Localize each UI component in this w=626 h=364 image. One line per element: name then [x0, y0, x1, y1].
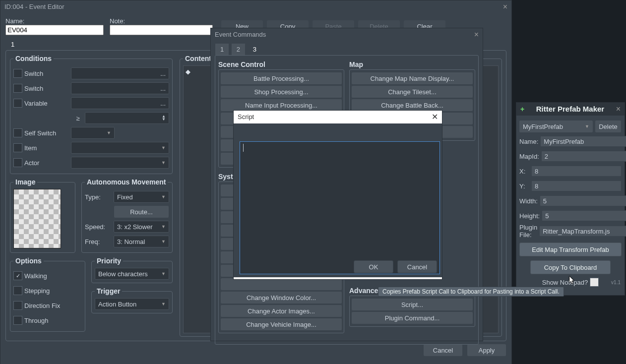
script-cancel-button[interactable]: Cancel: [397, 260, 437, 273]
actor-combo[interactable]: ▼: [71, 157, 169, 169]
route-button[interactable]: Route...: [114, 205, 169, 218]
change-vehicle-image-button[interactable]: Change Vehicle Image...: [220, 318, 342, 331]
type-label: Type:: [85, 193, 112, 201]
close-icon[interactable]: ×: [616, 103, 621, 116]
options-legend: Options: [13, 257, 44, 265]
ellipsis-icon: ...: [160, 100, 166, 107]
prefab-field-input[interactable]: [531, 166, 622, 177]
movement-group: Autonomous Movement Type:Fixed▼ Route...…: [81, 178, 173, 253]
notepad-checkbox[interactable]: [590, 278, 599, 287]
name-input[interactable]: [5, 25, 104, 35]
script-textarea[interactable]: [240, 141, 440, 274]
trigger-combo[interactable]: Action Button▼: [95, 298, 169, 310]
prefab-delete-button[interactable]: Delete: [595, 120, 622, 133]
plugin-command-button[interactable]: Plugin Command...: [351, 311, 473, 324]
stepping-checkbox[interactable]: [13, 286, 22, 295]
variable-value-input[interactable]: ▲▼: [85, 112, 169, 124]
name-label: Name:: [5, 17, 100, 25]
editor-titlebar: ID:004 - Event Editor ×: [0, 0, 511, 13]
image-preview[interactable]: [13, 189, 61, 248]
dirfix-checkbox[interactable]: [13, 301, 22, 310]
freq-combo[interactable]: 3: Normal▼: [114, 236, 169, 247]
change-actor-images-button[interactable]: Change Actor Images...: [220, 304, 342, 317]
item-checkbox[interactable]: [13, 143, 22, 152]
close-icon[interactable]: ×: [474, 28, 479, 41]
prefab-select[interactable]: MyFirstPrefab▼: [519, 121, 593, 132]
priority-combo[interactable]: Below characters▼: [95, 268, 169, 280]
walking-label: Walking: [24, 272, 47, 280]
change-window-color-button[interactable]: Change Window Color...: [220, 291, 342, 304]
page-tab-1[interactable]: 1: [5, 38, 20, 50]
trigger-legend: Trigger: [95, 287, 122, 295]
notepad-label: Show Notepad?: [542, 279, 588, 286]
prefab-add-icon[interactable]: +: [520, 103, 524, 116]
commands-tab-1[interactable]: 1: [215, 43, 229, 55]
commands-tab-3[interactable]: 3: [248, 43, 262, 55]
freq-label: Freq:: [85, 238, 112, 245]
map-name-display-button[interactable]: Change Map Name Display...: [351, 72, 473, 85]
gte-label: ≥: [73, 115, 83, 122]
battle-processing-button[interactable]: Battle Processing...: [220, 72, 342, 85]
script-ok-button[interactable]: OK: [354, 260, 393, 273]
script-button[interactable]: Script...: [351, 298, 473, 311]
stepping-label: Stepping: [24, 287, 50, 295]
change-tileset-button[interactable]: Change Tileset...: [351, 85, 473, 98]
through-label: Through: [24, 317, 48, 324]
selfswitch-label: Self Switch: [24, 129, 69, 137]
trigger-value: Action Button: [98, 301, 136, 308]
caret-down-icon: ▼: [161, 160, 166, 165]
actor-checkbox[interactable]: [13, 158, 22, 167]
caret-down-icon: ▼: [161, 302, 166, 306]
prefab-field-label: X:: [519, 168, 529, 175]
dirfix-label: Direction Fix: [24, 302, 60, 309]
caret-down-icon: ▼: [161, 145, 166, 150]
shop-processing-button[interactable]: Shop Processing...: [220, 85, 342, 98]
variable-checkbox[interactable]: [13, 99, 22, 108]
caret-down-icon: ▼: [161, 224, 166, 229]
switch1-combo[interactable]: ...: [71, 67, 169, 79]
prefab-field-input[interactable]: [540, 195, 626, 206]
prefab-field-input[interactable]: [531, 181, 622, 191]
scene-control-head: Scene Control: [218, 61, 344, 68]
ellipsis-icon: ...: [160, 70, 166, 77]
prefab-field-input[interactable]: [542, 210, 626, 221]
switch2-label: Switch: [24, 85, 69, 92]
variable-combo[interactable]: ...: [71, 97, 169, 109]
speed-value: 3: x2 Slower: [117, 223, 153, 231]
cursor-pointer-icon: [567, 276, 576, 288]
edit-prefab-button[interactable]: Edit Map Transform Prefab: [519, 243, 622, 256]
note-input[interactable]: [110, 25, 213, 35]
map-head: Map: [349, 61, 475, 68]
selfswitch-checkbox[interactable]: [13, 128, 22, 137]
prefab-field-label: Height:: [519, 212, 540, 220]
item-combo[interactable]: ▼: [71, 142, 169, 154]
window-title: ID:004 - Event Editor: [4, 0, 64, 13]
prefab-field-label: Width:: [519, 197, 538, 205]
copy-clipboard-button[interactable]: Copy To Clipboard: [530, 260, 611, 274]
caret-down-icon: ▼: [585, 124, 589, 129]
note-label: Note:: [110, 17, 209, 25]
commands-title: Event Commands: [215, 28, 266, 41]
switch1-checkbox[interactable]: [13, 69, 22, 78]
prefab-field-input[interactable]: [540, 136, 626, 147]
through-checkbox[interactable]: [13, 316, 22, 325]
prefab-field-input[interactable]: [541, 151, 626, 162]
close-icon[interactable]: ✕: [432, 111, 438, 123]
close-icon[interactable]: ×: [503, 0, 507, 13]
speed-combo[interactable]: 3: x2 Slower▼: [114, 221, 169, 233]
switch2-checkbox[interactable]: [13, 84, 22, 93]
actor-label: Actor: [24, 159, 69, 167]
switch2-combo[interactable]: ...: [71, 82, 169, 94]
prefab-select-value: MyFirstPrefab: [523, 123, 563, 130]
prefab-field-input[interactable]: [539, 226, 626, 237]
walking-checkbox[interactable]: ✓: [13, 271, 22, 280]
version-label: v1.1: [611, 280, 621, 285]
freq-value: 3: Normal: [117, 238, 145, 245]
prefab-field-label: Plugin File:: [519, 224, 537, 239]
commands-tab-2[interactable]: 2: [231, 43, 246, 55]
selfswitch-combo[interactable]: ▼: [71, 127, 115, 139]
conditions-legend: Conditions: [13, 55, 54, 62]
caret-down-icon: ▼: [107, 130, 111, 135]
prefab-titlebar: + Ritter Prefab Maker ×: [516, 103, 625, 116]
type-combo[interactable]: Fixed▼: [114, 191, 169, 203]
